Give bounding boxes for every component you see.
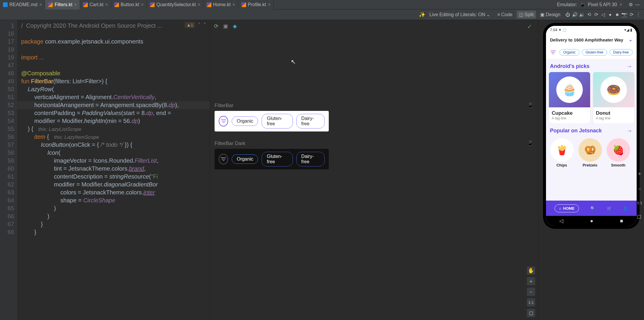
interactive-icon[interactable]: ▣ xyxy=(222,23,229,29)
zoom-fit-button[interactable]: ◻ xyxy=(637,213,642,220)
chip[interactable]: Gluten-free xyxy=(582,49,607,56)
round-row[interactable]: 🍟Chips 🥨Pretzels 🍓Smooth xyxy=(546,136,637,169)
pan-icon[interactable]: ✋ xyxy=(527,266,535,275)
back-icon[interactable]: ◁ xyxy=(600,12,606,17)
snack-card[interactable]: 🧁 CupcakeA tag line xyxy=(549,72,590,123)
sys-back[interactable]: ◁ xyxy=(559,218,563,224)
tab-label: Filters.kt xyxy=(54,2,72,7)
card-title: Donut xyxy=(596,110,631,116)
volume-up-icon[interactable]: 🔊 xyxy=(572,12,577,17)
refresh-icon[interactable]: ⟳ xyxy=(213,23,219,29)
bottom-nav: ⌂HOME 🔍 🛒 👤 xyxy=(546,201,637,216)
device-frame-icon[interactable]: 📱 xyxy=(527,102,533,109)
zoom-ratio[interactable]: 1:1 xyxy=(637,201,642,205)
tab-label: Profile.kt xyxy=(248,2,266,7)
check-icon: ✓ xyxy=(527,23,532,30)
clock: 7:04 xyxy=(550,28,557,32)
next-highlight-icon[interactable]: ˅ xyxy=(203,22,206,28)
tab-label: QuantitySelector.kt xyxy=(156,2,196,7)
mouse-cursor-icon: ↖ xyxy=(291,58,296,65)
overview-icon[interactable]: ■ xyxy=(615,12,620,17)
close-icon[interactable]: × xyxy=(74,2,77,7)
warning-badge[interactable]: ▲1 xyxy=(185,22,195,28)
chip[interactable]: Organic xyxy=(560,49,580,56)
filter-icon[interactable] xyxy=(549,48,557,56)
zoom-out-button[interactable]: － xyxy=(527,288,535,296)
layers-icon[interactable]: ◈ xyxy=(232,23,238,29)
sys-home[interactable]: ● xyxy=(590,218,593,224)
more-icon[interactable]: ⋮ xyxy=(636,12,641,17)
rotate-left-icon[interactable]: ⟲ xyxy=(586,12,592,17)
sys-overview[interactable]: ■ xyxy=(620,218,623,224)
record-icon[interactable]: ⟳ xyxy=(629,12,634,17)
chip[interactable]: Dairy-free xyxy=(610,49,633,56)
close-icon[interactable]: × xyxy=(105,2,108,7)
cards-row[interactable]: 🧁 CupcakeA tag line 🍩 DonutA tag line xyxy=(546,72,637,123)
zoom-ratio[interactable]: 1:1 xyxy=(527,298,535,306)
tab-cart[interactable]: Cart.kt× xyxy=(80,0,111,9)
nav-search[interactable]: 🔍 xyxy=(590,206,595,211)
volume-down-icon[interactable]: 🔉 xyxy=(579,12,585,17)
nav-cart[interactable]: 🛒 xyxy=(607,206,612,211)
device-frame: 7:04 ✦ ⬚ ▾◢ ▮ Delivery to 1600 Amphithea… xyxy=(543,23,640,229)
device-screen[interactable]: 7:04 ✦ ⬚ ▾◢ ▮ Delivery to 1600 Amphithea… xyxy=(546,26,637,226)
snack-image: 🥨 xyxy=(578,138,602,162)
power-icon[interactable]: ⏻ xyxy=(565,12,570,17)
device-frame-icon[interactable]: 📱 xyxy=(527,140,533,146)
tab-readme[interactable]: README.md× xyxy=(0,0,45,9)
phone-icon: 📱 xyxy=(580,2,585,7)
view-code-button[interactable]: ≡ Code xyxy=(495,11,515,19)
live-edit-toggle[interactable]: Live Editing of Literals: ON ⌄ xyxy=(427,11,492,19)
code-editor[interactable]: 1161718194748495051525354555657585960616… xyxy=(0,20,210,320)
tab-filters[interactable]: Filters.kt× xyxy=(45,0,80,9)
tab-button[interactable]: Button.kt× xyxy=(111,0,147,9)
gutter: 1161718194748495051525354555657585960616… xyxy=(0,20,17,320)
app-filterbar: Organic Gluten-free Dairy-free xyxy=(546,46,637,59)
rotate-right-icon[interactable]: ⟳ xyxy=(593,12,599,17)
tab-home[interactable]: Home.kt× xyxy=(204,0,238,9)
close-icon[interactable]: × xyxy=(39,2,42,7)
markdown-icon xyxy=(3,2,8,7)
preview-title: FilterBar xyxy=(215,103,233,109)
gear-icon[interactable]: ⚙ xyxy=(629,2,633,7)
status-bar: 7:04 ✦ ⬚ ▾◢ ▮ xyxy=(546,26,637,34)
delivery-row[interactable]: Delivery to 1600 Amphitheater Way ⌄ xyxy=(546,34,637,46)
preview-title: FilterBar Dark xyxy=(215,141,245,146)
round-item[interactable]: 🍟Chips xyxy=(550,138,574,167)
zoom-in-button[interactable]: ＋ xyxy=(637,170,642,177)
close-icon[interactable]: × xyxy=(198,2,200,7)
chip: Gluten-free xyxy=(262,114,293,129)
nav-profile[interactable]: 👤 xyxy=(623,206,628,211)
kotlin-icon xyxy=(83,2,88,7)
zoom-out-button[interactable]: － xyxy=(637,185,642,192)
view-split-button[interactable]: ◫ Split xyxy=(517,11,536,19)
nav-home[interactable]: ⌂HOME xyxy=(555,204,579,212)
tab-profile[interactable]: Profile.kt× xyxy=(238,0,274,9)
close-icon[interactable]: × xyxy=(141,2,144,7)
chevron-down-icon: ⌄ xyxy=(629,37,633,42)
card-sub: A tag line xyxy=(596,116,631,120)
arrow-right-icon[interactable]: → xyxy=(627,63,633,70)
zoom-fit-button[interactable]: ◻ xyxy=(527,309,535,317)
close-icon[interactable]: × xyxy=(268,2,270,7)
snack-card[interactable]: 🍩 DonutA tag line xyxy=(593,72,634,123)
arrow-right-icon[interactable]: → xyxy=(627,127,633,134)
round-item[interactable]: 🥨Pretzels xyxy=(578,138,602,167)
zoom-in-button[interactable]: ＋ xyxy=(527,277,535,285)
home-nav-icon[interactable]: ● xyxy=(608,12,613,17)
home-icon: ⌂ xyxy=(559,206,561,211)
code-content[interactable]: / Copyright 2020 The Android Open Source… xyxy=(17,20,210,320)
minimize-icon[interactable]: — xyxy=(635,2,640,7)
prev-highlight-icon[interactable]: ˄ xyxy=(198,22,200,28)
screenshot-icon[interactable]: 📷 xyxy=(622,12,627,17)
round-item[interactable]: 🍓Smooth xyxy=(607,138,630,167)
close-icon[interactable]: × xyxy=(232,2,235,7)
view-design-button[interactable]: ▣ Design xyxy=(538,11,563,19)
filter-icon xyxy=(219,154,228,164)
system-nav: ◁ ● ■ xyxy=(546,216,637,226)
close-icon[interactable]: × xyxy=(620,2,622,7)
emulator-selector[interactable]: Emulator: 📱 Pixel 5 API 30 × ⚙ — xyxy=(553,2,644,7)
round-label: Smooth xyxy=(611,163,625,167)
tab-quantity[interactable]: QuantitySelector.kt× xyxy=(147,0,204,9)
kotlin-icon xyxy=(241,2,246,7)
